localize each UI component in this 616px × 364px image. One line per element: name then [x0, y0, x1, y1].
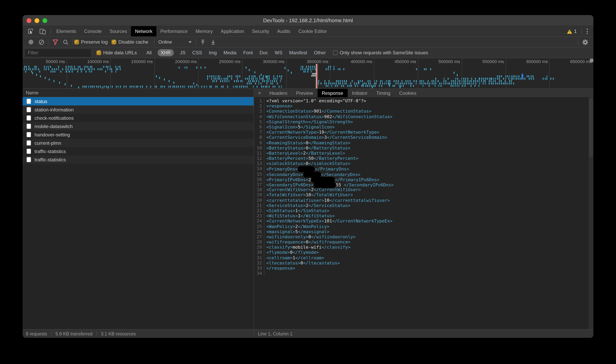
- warnings-badge[interactable]: 1: [564, 28, 580, 34]
- detail-tab-preview[interactable]: Preview: [292, 89, 317, 97]
- tab-audits[interactable]: Audits: [273, 26, 294, 37]
- export-har-icon[interactable]: [208, 38, 219, 46]
- xml-tag: <PrimaryDns>: [266, 167, 298, 172]
- tab-performance[interactable]: Performance: [156, 26, 192, 37]
- code-line: 11<BatteryLevel>2</BatteryLevel>: [254, 151, 593, 156]
- filter-funnel-icon[interactable]: [50, 38, 60, 46]
- detail-tab-cookies[interactable]: Cookies: [395, 89, 421, 97]
- xml-tag: </BatteryPercent>: [314, 156, 358, 161]
- samesite-checkbox[interactable]: [333, 50, 338, 55]
- request-row-current-plmn[interactable]: current-plmn: [23, 139, 254, 147]
- code-line: 22<SimStatus>1</SimStatus>: [254, 208, 593, 213]
- filter-type-other[interactable]: Other: [313, 49, 327, 56]
- tab-memory[interactable]: Memory: [192, 26, 217, 37]
- filter-type-xhr[interactable]: XHR: [158, 49, 174, 56]
- device-toolbar-icon[interactable]: [38, 27, 47, 36]
- xml-tag: </WifiStatus>: [301, 213, 335, 219]
- response-code: 1<?xml version="1.0" encoding="UTF-8"?>2…: [254, 97, 593, 276]
- close-window-button[interactable]: [27, 18, 31, 23]
- window-title: DevTools - 192.168.2.1/html/home.html: [23, 17, 593, 23]
- zoom-window-button[interactable]: [42, 18, 47, 23]
- network-overview-timeline[interactable]: 50000 ms100000 ms150000 ms200000 ms25000…: [23, 58, 593, 89]
- tab-sources[interactable]: Sources: [106, 26, 131, 37]
- detail-tab-response[interactable]: Response: [317, 89, 347, 97]
- devtools-window: DevTools - 192.168.2.1/html/home.html: [23, 15, 593, 338]
- response-scrollbar-thumb[interactable]: [589, 98, 593, 157]
- request-row-traffic-statistics[interactable]: traffic-statistics: [23, 147, 254, 156]
- code-line: 27<wifiindooronly>0</wifiindooronly>: [254, 234, 593, 239]
- request-row-mobile-dataswitch[interactable]: mobile-dataswitch: [23, 122, 254, 130]
- inspect-element-icon[interactable]: [26, 27, 35, 36]
- timeline-tick-label: 50000 ms: [46, 59, 67, 64]
- detail-tab-initiator[interactable]: Initiator: [347, 89, 372, 97]
- xml-tag: </CurrentNetworkTypeEx>: [332, 219, 393, 224]
- record-button[interactable]: [26, 38, 36, 46]
- import-har-icon[interactable]: [198, 38, 208, 46]
- tab-elements[interactable]: Elements: [52, 26, 80, 37]
- disable-cache-checkbox[interactable]: [112, 40, 116, 44]
- timeline-tick-label: 250000 ms: [219, 59, 242, 64]
- hide-data-urls-checkbox[interactable]: [96, 50, 101, 55]
- xml-tag: <CurrentWifiUser>: [266, 187, 311, 192]
- throttling-dropdown[interactable]: Online: [156, 39, 194, 45]
- filter-type-media[interactable]: Media: [223, 49, 237, 56]
- line-number: 25: [254, 224, 264, 229]
- filter-type-img[interactable]: Img: [208, 49, 218, 56]
- line-number: 21: [254, 203, 264, 208]
- filter-input[interactable]: [25, 49, 91, 56]
- request-row-traffic-statistics[interactable]: traffic-statistics: [23, 156, 254, 164]
- name-column-header[interactable]: Name: [23, 89, 254, 97]
- clear-requests-icon[interactable]: [36, 38, 46, 46]
- xml-tag: <ServiceStatus>: [266, 203, 306, 208]
- filter-type-manifest[interactable]: Manifest: [288, 49, 308, 56]
- tab-application[interactable]: Application: [217, 26, 248, 37]
- request-row-handover-setting[interactable]: handover-setting: [23, 130, 254, 139]
- settings-gear-icon[interactable]: [580, 38, 590, 46]
- status-item: 3.1 KB resources: [97, 331, 140, 336]
- code-line: 30<flymode>0</flymode>: [254, 250, 593, 255]
- detail-tab-headers[interactable]: Headers: [265, 89, 292, 97]
- code-line: 25<WanPolicy>2</WanPolicy>: [254, 224, 593, 229]
- filter-type-ws[interactable]: WS: [274, 49, 283, 56]
- preserve-log-checkbox[interactable]: [74, 40, 79, 44]
- tab-cookie-editor[interactable]: Cookie Editor: [294, 26, 331, 37]
- request-row-check-notifications[interactable]: check-notifications: [23, 114, 254, 122]
- response-scrollbar: [589, 97, 593, 329]
- tab-console[interactable]: Console: [80, 26, 106, 37]
- tab-security[interactable]: Security: [248, 26, 273, 37]
- code-line: 16<PrimaryIPv6Dns>2</PrimaryIPv6Dns>: [254, 177, 593, 182]
- request-name: handover-setting: [35, 132, 70, 137]
- line-number: 16: [254, 177, 264, 182]
- hide-data-urls-label: Hide data URLs: [103, 50, 137, 55]
- code-line: 34: [254, 271, 593, 276]
- xml-tag: </WifiConnectionStatus>: [332, 114, 393, 119]
- main-tab-bar: ElementsConsoleSourcesNetworkPerformance…: [23, 26, 593, 37]
- document-icon: [27, 124, 31, 129]
- xml-value: 10: [324, 198, 329, 203]
- filter-type-font[interactable]: Font: [243, 49, 254, 56]
- minimize-window-button[interactable]: [35, 18, 39, 23]
- divider: [154, 39, 154, 45]
- code-line: 8<CurrentServiceDomain>3</CurrentService…: [254, 135, 593, 140]
- more-options-icon[interactable]: [583, 28, 591, 34]
- request-row-station-information[interactable]: station-information: [23, 105, 254, 114]
- divider: [48, 39, 48, 45]
- code-line: 3<ConnectionStatus>901</ConnectionStatus…: [254, 109, 593, 114]
- detail-tab-timing[interactable]: Timing: [372, 89, 395, 97]
- xml-tag: <maxsignal>: [266, 229, 295, 234]
- cursor-position: Line 1, Column 1: [254, 329, 292, 338]
- document-icon: [27, 107, 31, 112]
- xml-tag: <simlockStatus>: [266, 161, 306, 166]
- filter-type-all[interactable]: All: [145, 49, 152, 56]
- filter-type-css[interactable]: CSS: [192, 49, 203, 56]
- timeline-request-chip: [311, 75, 316, 77]
- xml-tag: <cellroam>: [266, 255, 292, 260]
- request-name: traffic-statistics: [35, 157, 66, 162]
- filter-type-doc[interactable]: Doc: [259, 49, 269, 56]
- search-icon[interactable]: [60, 38, 71, 46]
- close-detail-icon[interactable]: ×: [254, 89, 265, 97]
- request-row-status[interactable]: status: [23, 97, 254, 105]
- filter-type-js[interactable]: JS: [179, 49, 186, 56]
- line-number: 12: [254, 156, 264, 161]
- tab-network[interactable]: Network: [131, 26, 156, 37]
